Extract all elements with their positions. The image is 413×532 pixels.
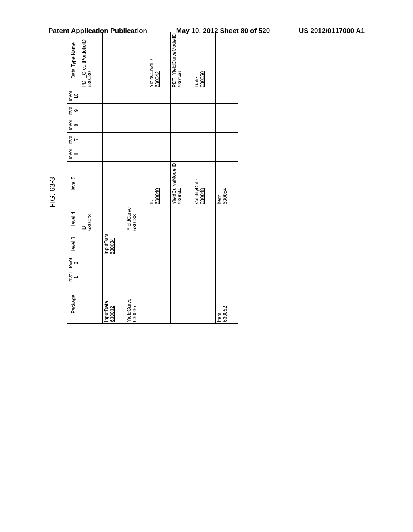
cell-package: [80, 285, 103, 324]
cell-l7: [125, 132, 148, 147]
cell-l6: [80, 147, 103, 161]
figure-label: FIG. 63-3: [48, 177, 57, 208]
cell-l1: [171, 270, 193, 285]
cell-l7: [216, 132, 238, 147]
cell-l1: [103, 270, 125, 285]
cell-package: Item630052: [216, 285, 238, 324]
cell-l4: YieldCurve630038: [125, 206, 148, 232]
cell-l3: [80, 232, 103, 256]
cell-l1: [193, 270, 216, 285]
col-package: Package: [67, 285, 80, 324]
col-level-2: level 2: [67, 256, 80, 270]
cell-package: [193, 285, 216, 324]
cell-l1: [80, 270, 103, 285]
cell-l4: [171, 206, 193, 232]
cell-l9: [193, 103, 216, 118]
cell-l7: [148, 132, 171, 147]
cell-l4: [148, 206, 171, 232]
cell-l2: [103, 256, 125, 270]
figure-table-container: Package level 1 level 2 level 3 level 4 …: [67, 32, 238, 324]
col-datatype-name: Data Type Name: [67, 32, 80, 89]
cell-l10: [125, 89, 148, 103]
cell-l5: Item630054: [216, 161, 238, 206]
cell-l6: [193, 147, 216, 161]
cell-l5: [103, 161, 125, 206]
cell-l6: [125, 147, 148, 161]
table-row: ID630028 PDT_CreditPortfolioID630030: [80, 32, 103, 324]
cell-l4: [216, 206, 238, 232]
cell-package: InputData630032: [103, 285, 125, 324]
cell-l10: [103, 89, 125, 103]
cell-l6: [216, 147, 238, 161]
cell-l5: [125, 161, 148, 206]
cell-l7: [171, 132, 193, 147]
cell-l5: ID630040: [148, 161, 171, 206]
cell-l3: [216, 232, 238, 256]
cell-dtn: [103, 32, 125, 89]
cell-l1: [125, 270, 148, 285]
cell-dtn: [216, 32, 238, 89]
cell-l4: [193, 206, 216, 232]
col-level-3: level 3: [67, 232, 80, 256]
cell-l10: [80, 89, 103, 103]
cell-l2: [171, 256, 193, 270]
col-level-5: level 5: [67, 161, 80, 206]
table-row: ValidityDate630048 Date630050: [193, 32, 216, 324]
cell-l1: [148, 270, 171, 285]
cell-l4: ID630028: [80, 206, 103, 232]
cell-package: [148, 285, 171, 324]
cell-l7: [80, 132, 103, 147]
table-row: Item630052 Item630054: [216, 32, 238, 324]
data-hierarchy-table: Package level 1 level 2 level 3 level 4 …: [67, 32, 238, 324]
table-row: InputData630032 InputData630034: [103, 32, 125, 324]
cell-l7: [193, 132, 216, 147]
cell-l6: [148, 147, 171, 161]
cell-l3: [148, 232, 171, 256]
cell-l10: [148, 89, 171, 103]
cell-l9: [103, 103, 125, 118]
col-level-6: level 6: [67, 147, 80, 161]
cell-l5: YieldCurveModelID630044: [171, 161, 193, 206]
table-header-row: Package level 1 level 2 level 3 level 4 …: [67, 32, 80, 324]
cell-l4: [103, 206, 125, 232]
cell-l9: [125, 103, 148, 118]
cell-l8: [80, 118, 103, 132]
cell-l8: [171, 118, 193, 132]
cell-l2: [80, 256, 103, 270]
cell-l10: [171, 89, 193, 103]
col-level-4: level 4: [67, 206, 80, 232]
col-level-10: level 10: [67, 89, 80, 103]
cell-l3: [125, 232, 148, 256]
cell-l8: [216, 118, 238, 132]
cell-l9: [80, 103, 103, 118]
cell-l1: [216, 270, 238, 285]
cell-l8: [103, 118, 125, 132]
cell-l5: ValidityDate630048: [193, 161, 216, 206]
cell-l2: [125, 256, 148, 270]
cell-l2: [148, 256, 171, 270]
cell-l10: [216, 89, 238, 103]
cell-l3: InputData630034: [103, 232, 125, 256]
cell-dtn: YieldCurveID630042: [148, 32, 171, 89]
cell-dtn: [125, 32, 148, 89]
cell-l9: [148, 103, 171, 118]
cell-l2: [193, 256, 216, 270]
table-body: ID630028 PDT_CreditPortfolioID630030Inpu…: [80, 32, 238, 324]
cell-l8: [148, 118, 171, 132]
table-row: YieldCurveModelID630044 PDT_YieldCurveMo…: [171, 32, 193, 324]
table-row: ID630040 YieldCurveID630042: [148, 32, 171, 324]
col-level-9: level 9: [67, 103, 80, 118]
cell-l6: [103, 147, 125, 161]
cell-l7: [103, 132, 125, 147]
cell-dtn: PDT_YieldCurveModelID630046: [171, 32, 193, 89]
table-row: YieldCurve630036 YieldCurve630038: [125, 32, 148, 324]
cell-l5: [80, 161, 103, 206]
cell-package: [171, 285, 193, 324]
cell-l2: [216, 256, 238, 270]
cell-l8: [125, 118, 148, 132]
cell-package: YieldCurve630036: [125, 285, 148, 324]
cell-l8: [193, 118, 216, 132]
cell-dtn: Date630050: [193, 32, 216, 89]
header-right: US 2012/0117000 A1: [299, 27, 365, 35]
col-level-1: level 1: [67, 270, 80, 285]
